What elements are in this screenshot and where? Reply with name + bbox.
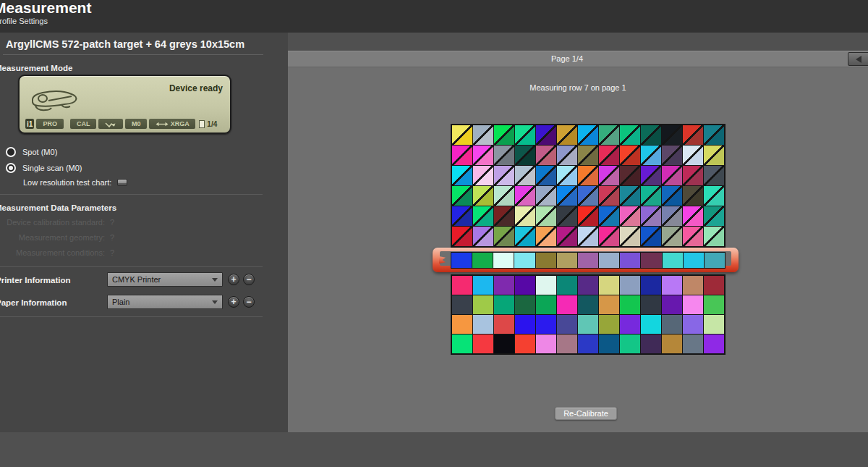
patch (494, 335, 514, 353)
device-status-screen: Device ready i1 PRO CAL M0 (18, 75, 231, 134)
patch-split (683, 206, 703, 226)
patch (704, 295, 724, 314)
patch-split (599, 125, 619, 145)
patch (578, 315, 598, 334)
patch (494, 315, 514, 334)
patch (514, 253, 535, 268)
patch-split (662, 186, 682, 206)
patch (641, 253, 661, 268)
patch (599, 315, 619, 334)
page-icon (199, 120, 205, 128)
patch (620, 295, 640, 314)
patch-split (662, 125, 682, 145)
patch (536, 335, 556, 353)
patch-split (557, 186, 577, 206)
patch-split (578, 125, 598, 145)
patch (641, 276, 661, 295)
patch-split (683, 186, 703, 206)
printer-dropdown[interactable]: CMYK Printer (107, 272, 223, 287)
patch-split (536, 166, 556, 185)
add-printer-button[interactable]: + (228, 274, 239, 285)
printer-dropdown-value: CMYK Printer (108, 275, 212, 284)
remove-paper-button[interactable]: − (243, 296, 255, 308)
patch (473, 315, 493, 334)
patch-split (599, 186, 619, 206)
title-bar: Measurement Profile Settings (0, 0, 868, 33)
patch-split (557, 146, 577, 165)
cal-button[interactable]: CAL (70, 119, 96, 129)
patch-split (494, 146, 514, 165)
paper-dropdown[interactable]: Plain (107, 295, 223, 309)
m0-mode-button[interactable]: M0 (125, 119, 147, 129)
patch (683, 295, 703, 314)
scan-mode-icon[interactable] (98, 119, 123, 129)
patch-split (704, 166, 724, 185)
patch (494, 276, 514, 295)
measuring-row (451, 252, 726, 269)
patch-split (641, 206, 661, 226)
patch-split (578, 227, 598, 246)
patch-split (536, 146, 556, 165)
radio-single-scan-m0[interactable]: Single scan (M0) (6, 163, 82, 173)
recalibrate-button[interactable]: Re-Calibrate (555, 407, 617, 420)
patch-split (515, 227, 535, 246)
patch-split (452, 227, 472, 246)
patch (557, 253, 577, 268)
patch-split (536, 227, 556, 246)
patch-split (557, 227, 577, 246)
patch-split (557, 125, 577, 145)
patch (662, 315, 682, 334)
patch (599, 335, 619, 353)
patch (578, 335, 598, 353)
patch (599, 253, 619, 268)
radio-spot-m0[interactable]: Spot (M0) (6, 147, 57, 157)
patch-split (620, 227, 640, 246)
patch (683, 315, 703, 334)
split-grid (451, 124, 726, 248)
patch (662, 335, 682, 353)
xrga-standard-button[interactable]: XRGA (149, 119, 195, 129)
measuring-status-text: Measuring row 7 on page 1 (288, 83, 868, 92)
patch-split (515, 206, 535, 226)
i1-brand-badge: i1 (25, 119, 34, 129)
page-title: Measurement (0, 0, 91, 17)
patch-split (473, 206, 493, 226)
add-paper-button[interactable]: + (228, 296, 239, 308)
remove-printer-button[interactable]: − (243, 274, 255, 285)
device-model-badge: PRO (36, 119, 64, 129)
low-resolution-checkbox[interactable] (117, 179, 127, 186)
patch (536, 276, 556, 295)
device-page-indicator: 1/4 (199, 119, 217, 129)
patch-split (599, 206, 619, 226)
patch (536, 315, 556, 334)
device-status-text: Device ready (169, 83, 223, 93)
patch-split (494, 125, 514, 145)
patch (515, 276, 535, 295)
device-screen-toolbar: i1 PRO CAL M0 XRGA 1/4 (25, 119, 224, 129)
patch (557, 335, 577, 353)
previous-page-button[interactable] (848, 52, 868, 66)
patch-split (704, 186, 724, 206)
patch (704, 315, 724, 334)
patch-split (599, 146, 619, 165)
param-measurement-geometry: Measurement geometry: ? (0, 233, 288, 242)
patch-split (494, 206, 514, 226)
patch-split (620, 125, 640, 145)
patch-split (494, 166, 514, 185)
patch-split (662, 206, 682, 226)
paper-dropdown-value: Plain (108, 298, 212, 306)
patch-split (473, 186, 493, 206)
patch-split (536, 186, 556, 206)
patch-split (578, 146, 598, 165)
chevron-down-icon (212, 300, 218, 304)
patch (599, 295, 619, 314)
patch-split (494, 227, 514, 246)
patch (620, 253, 640, 268)
solid-grid (451, 274, 726, 355)
low-resolution-label: Low resolution test chart: (23, 178, 111, 187)
patch (641, 335, 661, 353)
param-calibration-standard: Device calibration standard: ? (0, 218, 288, 227)
patch (515, 295, 535, 314)
patch (494, 295, 514, 314)
patch (683, 335, 703, 353)
